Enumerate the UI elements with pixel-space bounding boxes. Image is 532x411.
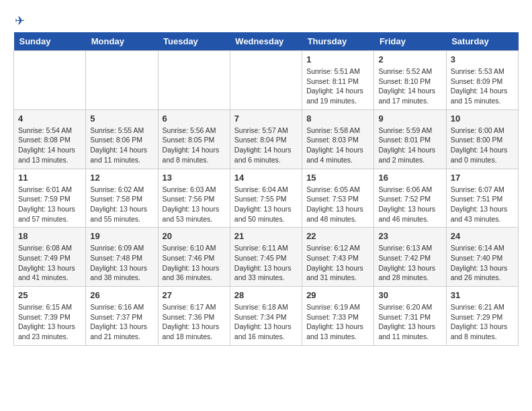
calendar-cell: 5Sunrise: 5:55 AM Sunset: 8:06 PM Daylig… [86,109,158,169]
day-number: 8 [306,113,369,124]
day-info: Sunrise: 6:00 AM Sunset: 8:00 PM Dayligh… [451,126,514,165]
calendar-cell: 10Sunrise: 6:00 AM Sunset: 8:00 PM Dayli… [446,109,518,169]
day-number: 6 [163,113,226,124]
day-info: Sunrise: 5:58 AM Sunset: 8:03 PM Dayligh… [306,126,369,165]
calendar-table: SundayMondayTuesdayWednesdayThursdayFrid… [13,32,519,346]
day-info: Sunrise: 6:21 AM Sunset: 7:29 PM Dayligh… [451,302,514,342]
day-info: Sunrise: 6:10 AM Sunset: 7:46 PM Dayligh… [163,243,226,283]
calendar-cell: 28Sunrise: 6:18 AM Sunset: 7:34 PM Dayli… [230,287,302,346]
day-number: 7 [234,113,298,124]
day-number: 2 [378,54,441,64]
calendar-cell: 6Sunrise: 5:56 AM Sunset: 8:05 PM Daylig… [158,109,230,169]
calendar-cell [86,51,158,110]
calendar-cell: 29Sunrise: 6:19 AM Sunset: 7:33 PM Dayli… [302,287,374,346]
day-number: 15 [306,173,369,183]
calendar-cell: 11Sunrise: 6:01 AM Sunset: 7:59 PM Dayli… [14,169,86,228]
calendar-cell: 15Sunrise: 6:05 AM Sunset: 7:53 PM Dayli… [302,169,374,228]
day-info: Sunrise: 6:19 AM Sunset: 7:33 PM Dayligh… [306,302,369,342]
calendar-cell: 4Sunrise: 5:54 AM Sunset: 8:08 PM Daylig… [14,109,86,169]
day-info: Sunrise: 6:14 AM Sunset: 7:40 PM Dayligh… [451,243,514,283]
calendar-cell: 2Sunrise: 5:52 AM Sunset: 8:10 PM Daylig… [374,51,446,110]
day-number: 4 [18,113,81,124]
day-header-tuesday: Tuesday [158,32,230,51]
day-number: 17 [451,173,514,183]
day-info: Sunrise: 6:13 AM Sunset: 7:42 PM Dayligh… [378,243,441,283]
page-header: ✈ [13,13,519,26]
logo-bird-icon: ✈ [15,13,25,28]
day-info: Sunrise: 6:15 AM Sunset: 7:39 PM Dayligh… [18,302,81,342]
day-number: 13 [163,173,226,183]
day-number: 31 [451,290,514,300]
day-info: Sunrise: 5:59 AM Sunset: 8:01 PM Dayligh… [378,126,441,165]
day-number: 21 [234,231,298,241]
day-header-friday: Friday [374,32,446,51]
day-number: 10 [451,113,514,124]
day-number: 23 [378,231,441,241]
calendar-cell: 20Sunrise: 6:10 AM Sunset: 7:46 PM Dayli… [158,228,230,287]
day-info: Sunrise: 6:17 AM Sunset: 7:36 PM Dayligh… [163,302,226,342]
day-header-sunday: Sunday [14,32,86,51]
day-info: Sunrise: 6:04 AM Sunset: 7:55 PM Dayligh… [234,185,298,224]
day-info: Sunrise: 6:05 AM Sunset: 7:53 PM Dayligh… [306,185,369,224]
logo: ✈ [13,13,25,26]
calendar-cell [14,51,86,110]
day-info: Sunrise: 5:56 AM Sunset: 8:05 PM Dayligh… [163,126,226,165]
day-info: Sunrise: 5:55 AM Sunset: 8:06 PM Dayligh… [90,126,153,165]
calendar-header-row: SundayMondayTuesdayWednesdayThursdayFrid… [14,32,519,51]
calendar-cell: 16Sunrise: 6:06 AM Sunset: 7:52 PM Dayli… [374,169,446,228]
day-info: Sunrise: 6:11 AM Sunset: 7:45 PM Dayligh… [234,243,298,283]
day-info: Sunrise: 6:12 AM Sunset: 7:43 PM Dayligh… [306,243,369,283]
day-info: Sunrise: 6:08 AM Sunset: 7:49 PM Dayligh… [18,243,81,283]
day-number: 30 [378,290,441,300]
day-number: 25 [18,290,81,300]
day-info: Sunrise: 6:01 AM Sunset: 7:59 PM Dayligh… [18,185,81,224]
calendar-cell: 14Sunrise: 6:04 AM Sunset: 7:55 PM Dayli… [230,169,302,228]
calendar-cell: 13Sunrise: 6:03 AM Sunset: 7:56 PM Dayli… [158,169,230,228]
calendar-cell: 8Sunrise: 5:58 AM Sunset: 8:03 PM Daylig… [302,109,374,169]
day-info: Sunrise: 5:53 AM Sunset: 8:09 PM Dayligh… [451,66,514,106]
calendar-cell: 26Sunrise: 6:16 AM Sunset: 7:37 PM Dayli… [86,287,158,346]
day-number: 16 [378,173,441,183]
day-info: Sunrise: 5:52 AM Sunset: 8:10 PM Dayligh… [378,66,441,106]
calendar-week-5: 25Sunrise: 6:15 AM Sunset: 7:39 PM Dayli… [14,287,519,346]
calendar-cell: 21Sunrise: 6:11 AM Sunset: 7:45 PM Dayli… [230,228,302,287]
day-number: 5 [90,113,153,124]
day-info: Sunrise: 6:18 AM Sunset: 7:34 PM Dayligh… [234,302,298,342]
calendar-cell: 24Sunrise: 6:14 AM Sunset: 7:40 PM Dayli… [446,228,518,287]
day-number: 26 [90,290,153,300]
day-number: 27 [163,290,226,300]
day-info: Sunrise: 5:51 AM Sunset: 8:11 PM Dayligh… [306,66,369,106]
calendar-cell: 3Sunrise: 5:53 AM Sunset: 8:09 PM Daylig… [446,51,518,110]
calendar-week-2: 4Sunrise: 5:54 AM Sunset: 8:08 PM Daylig… [14,109,519,169]
day-number: 29 [306,290,369,300]
day-number: 24 [451,231,514,241]
day-number: 12 [90,173,153,183]
day-info: Sunrise: 6:02 AM Sunset: 7:58 PM Dayligh… [90,185,153,224]
calendar-cell: 30Sunrise: 6:20 AM Sunset: 7:31 PM Dayli… [374,287,446,346]
day-number: 14 [234,173,298,183]
day-info: Sunrise: 6:03 AM Sunset: 7:56 PM Dayligh… [163,185,226,224]
calendar-week-4: 18Sunrise: 6:08 AM Sunset: 7:49 PM Dayli… [14,228,519,287]
day-info: Sunrise: 5:54 AM Sunset: 8:08 PM Dayligh… [18,126,81,165]
day-number: 3 [451,54,514,64]
calendar-cell: 27Sunrise: 6:17 AM Sunset: 7:36 PM Dayli… [158,287,230,346]
day-number: 22 [306,231,369,241]
day-number: 9 [378,113,441,124]
calendar-cell: 19Sunrise: 6:09 AM Sunset: 7:48 PM Dayli… [86,228,158,287]
calendar-cell: 12Sunrise: 6:02 AM Sunset: 7:58 PM Dayli… [86,169,158,228]
day-header-wednesday: Wednesday [230,32,302,51]
day-number: 20 [163,231,226,241]
calendar-cell [230,51,302,110]
day-info: Sunrise: 6:20 AM Sunset: 7:31 PM Dayligh… [378,302,441,342]
calendar-cell: 7Sunrise: 5:57 AM Sunset: 8:04 PM Daylig… [230,109,302,169]
day-info: Sunrise: 6:06 AM Sunset: 7:52 PM Dayligh… [378,185,441,224]
day-info: Sunrise: 5:57 AM Sunset: 8:04 PM Dayligh… [234,126,298,165]
calendar-week-1: 1Sunrise: 5:51 AM Sunset: 8:11 PM Daylig… [14,51,519,110]
day-number: 18 [18,231,81,241]
calendar-week-3: 11Sunrise: 6:01 AM Sunset: 7:59 PM Dayli… [14,169,519,228]
day-info: Sunrise: 6:09 AM Sunset: 7:48 PM Dayligh… [90,243,153,283]
day-header-monday: Monday [86,32,158,51]
calendar-cell: 22Sunrise: 6:12 AM Sunset: 7:43 PM Dayli… [302,228,374,287]
day-header-thursday: Thursday [302,32,374,51]
day-header-saturday: Saturday [446,32,518,51]
